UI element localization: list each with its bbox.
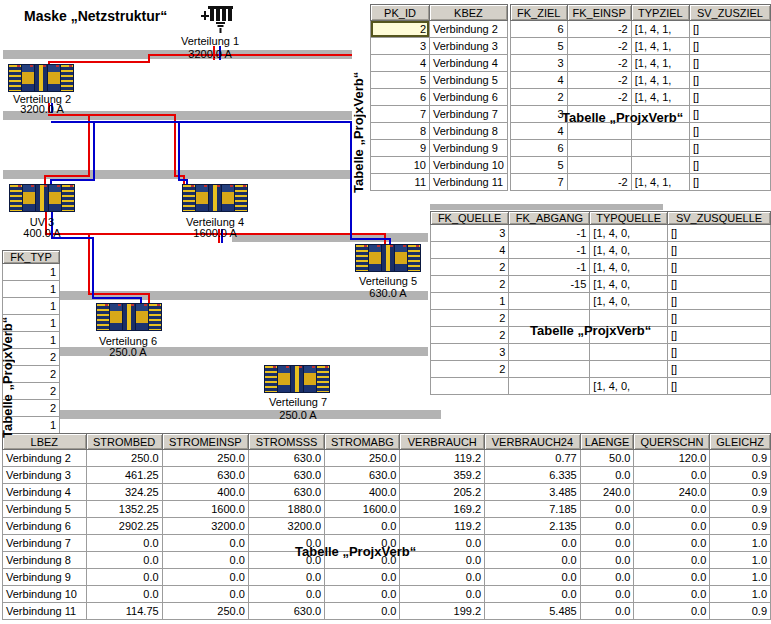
table-cell[interactable]: Verbindung 3 [430, 38, 508, 55]
table-cell[interactable]: 0.0 [634, 467, 710, 484]
table-cell[interactable]: 9 [371, 140, 430, 157]
table-cell[interactable]: [1, 4, 1, [631, 89, 689, 106]
table-cell[interactable] [590, 361, 668, 378]
table-cell[interactable]: Verbindung 10 [3, 586, 87, 603]
table-cell[interactable]: [1, 4, 0, [590, 378, 668, 395]
table-cell[interactable]: 0.0 [485, 569, 581, 586]
table-cell[interactable]: 250.0 [162, 603, 248, 620]
table-cell[interactable]: 8 [371, 123, 430, 140]
table-cell[interactable]: 1880.0 [248, 501, 324, 518]
table-cell[interactable]: 4 [511, 72, 568, 89]
table-cell[interactable]: Verbindung 7 [3, 535, 87, 552]
table-cell[interactable]: -2 [567, 21, 631, 38]
table-cell[interactable]: 0.0 [634, 501, 710, 518]
table-cell[interactable]: 3 [371, 38, 430, 55]
table-cell[interactable]: 2 [431, 327, 509, 344]
table-cell[interactable]: [] [668, 310, 771, 327]
table-cell[interactable]: 119.2 [400, 518, 485, 535]
table-cell[interactable]: 0.0 [86, 586, 162, 603]
table-cell[interactable]: 359.2 [400, 467, 485, 484]
table-cell[interactable]: 0.0 [634, 518, 710, 535]
table-cell[interactable] [567, 140, 631, 157]
table-cell[interactable]: 0.0 [162, 569, 248, 586]
table-cell[interactable]: [] [689, 72, 770, 89]
table-cell[interactable]: -1 [509, 242, 590, 259]
table-cell[interactable] [509, 293, 590, 310]
table-cell[interactable]: [1, 4, 1, [631, 38, 689, 55]
table-cell[interactable]: 0.0 [325, 569, 400, 586]
table-cell[interactable]: Verbindung 11 [3, 603, 87, 620]
table-cell[interactable]: Verbindung 6 [430, 89, 508, 106]
table-cell[interactable]: Verbindung 9 [3, 569, 87, 586]
table-cell[interactable]: 240.0 [634, 484, 710, 501]
table-cell[interactable]: Verbindung 9 [430, 140, 508, 157]
table-cell[interactable]: [] [689, 123, 770, 140]
table-cell[interactable]: 0.9 [710, 467, 771, 484]
table-cell[interactable]: 0.0 [400, 569, 485, 586]
table-cell[interactable] [509, 344, 590, 361]
table-cell[interactable]: 1.0 [710, 586, 771, 603]
table-cell[interactable]: 4 [511, 123, 568, 140]
table-cell[interactable]: 1 [431, 293, 509, 310]
table-cell[interactable]: 400.0 [162, 484, 248, 501]
table-cell[interactable]: 0.0 [634, 535, 710, 552]
table-cell[interactable]: 3 [511, 106, 568, 123]
table-cell[interactable]: 0.9 [710, 450, 771, 467]
table-cell[interactable]: 2 [371, 21, 430, 38]
table-cell[interactable]: 50.0 [580, 450, 634, 467]
table-cell[interactable]: Verbindung 6 [3, 518, 87, 535]
table-cell[interactable]: Verbindung 3 [3, 467, 87, 484]
table-cell[interactable]: [] [668, 225, 771, 242]
table-cell[interactable]: 0.0 [86, 569, 162, 586]
table-cell[interactable]: [] [668, 259, 771, 276]
table-cell[interactable]: 0.0 [325, 603, 400, 620]
table-cell[interactable]: 250.0 [325, 450, 400, 467]
table-cell[interactable]: Verbindung 5 [3, 501, 87, 518]
table-cell[interactable]: 0.0 [634, 603, 710, 620]
table-cell[interactable]: 6.335 [485, 467, 581, 484]
table-cell[interactable]: 2902.25 [86, 518, 162, 535]
table-cell[interactable]: 0.0 [325, 518, 400, 535]
table-cell[interactable]: 0.0 [485, 552, 581, 569]
table-cell[interactable]: 6 [371, 89, 430, 106]
table-cell[interactable]: 0.0 [162, 552, 248, 569]
table-cell[interactable]: 3 [431, 225, 509, 242]
table-cell[interactable]: 0.0 [580, 552, 634, 569]
table-cell[interactable] [431, 378, 509, 395]
table-cell[interactable]: 4 [371, 55, 430, 72]
table-cell[interactable]: [] [668, 327, 771, 344]
table-cell[interactable]: 0.0 [580, 535, 634, 552]
table-cell[interactable]: 0.0 [485, 535, 581, 552]
table-cell[interactable]: Verbindung 8 [3, 552, 87, 569]
table-cell[interactable]: 630.0 [325, 467, 400, 484]
table-cell[interactable]: 2 [431, 310, 509, 327]
table-cell[interactable]: 169.2 [400, 501, 485, 518]
table-cell[interactable]: 3 [511, 55, 568, 72]
table-cell[interactable]: 400.0 [325, 484, 400, 501]
table-cell[interactable] [567, 123, 631, 140]
table-cell[interactable]: [] [668, 242, 771, 259]
table-cell[interactable]: 11 [371, 174, 430, 191]
table-cell[interactable]: 5 [511, 157, 568, 174]
table-cell[interactable]: [1, 4, 0, [590, 259, 668, 276]
table-cell[interactable]: [1, 4, 0, [590, 225, 668, 242]
table-cell[interactable]: 0.0 [634, 586, 710, 603]
table-cell[interactable]: 5 [511, 38, 568, 55]
table-cell[interactable]: [1, 4, 0, [590, 276, 668, 293]
table-cell[interactable]: [1, 4, 1, [631, 55, 689, 72]
table-cell[interactable]: 0.0 [325, 586, 400, 603]
table-cell[interactable]: 3 [431, 344, 509, 361]
table-cell[interactable]: 10 [371, 157, 430, 174]
table-cell[interactable]: [] [689, 89, 770, 106]
table-cell[interactable]: 114.75 [86, 603, 162, 620]
table-cell[interactable]: 240.0 [580, 484, 634, 501]
table-cell[interactable]: 7 [371, 106, 430, 123]
table-cell[interactable]: -2 [567, 174, 631, 191]
table-cell[interactable] [631, 140, 689, 157]
table-cell[interactable]: 0.0 [400, 586, 485, 603]
table-cell[interactable]: Verbindung 2 [3, 450, 87, 467]
table-cell[interactable]: [] [668, 293, 771, 310]
table-cell[interactable]: 2.135 [485, 518, 581, 535]
table-cell[interactable]: [] [668, 361, 771, 378]
table-cell[interactable]: 0.0 [162, 586, 248, 603]
